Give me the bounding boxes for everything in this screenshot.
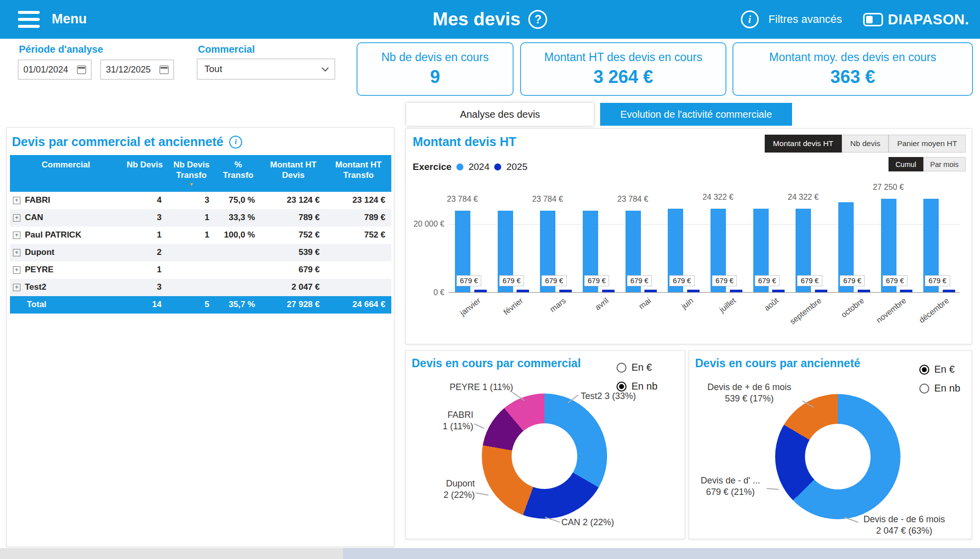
commercial-name: CAN xyxy=(25,213,43,223)
filtres-avances-link[interactable]: Filtres avancés xyxy=(769,13,842,26)
table-row[interactable]: +PEYRE 1 679 € xyxy=(10,261,391,279)
column-header-montant-ht-transfo[interactable]: Montant HT Transfo xyxy=(326,155,391,192)
tab-evolution-activite[interactable]: Evolution de l'activité commerciale xyxy=(600,103,792,126)
bar-2025[interactable] xyxy=(602,290,615,292)
bar-2025[interactable] xyxy=(815,290,827,292)
button-cumul[interactable]: Cumul xyxy=(889,157,923,171)
tab-analyse-des-devis[interactable]: Analyse des devis xyxy=(406,103,594,126)
kpi-value: 9 xyxy=(357,67,513,87)
commercial-name: Test2 xyxy=(25,282,46,292)
bar-2025[interactable] xyxy=(474,290,487,292)
menu-label[interactable]: Menu xyxy=(52,11,87,27)
bar-group-janvier[interactable]: 23 784 €679 €janvier xyxy=(448,188,491,292)
pct-transfo-cell xyxy=(215,279,261,296)
expand-row-icon[interactable]: + xyxy=(13,284,20,291)
radio-icon-selected[interactable] xyxy=(617,382,626,392)
radio-icon[interactable] xyxy=(919,384,929,394)
unit-radio-group: En € En nb xyxy=(617,362,657,392)
bar-2025-value-label: 679 € xyxy=(669,275,694,286)
pct-transfo-cell: 33,3 % xyxy=(215,209,261,227)
total-label: Total xyxy=(10,296,122,314)
segment-label-test2: Test2 3 (33%) xyxy=(581,391,636,402)
segment-label-peyre: PEYRE 1 (11%) xyxy=(436,382,513,393)
panel-title: Devis en cours par ancienneté xyxy=(695,357,860,370)
donut-chart-anciennete[interactable] xyxy=(775,394,900,519)
table-row[interactable]: +CAN 3 1 33,3 % 789 € 789 € xyxy=(10,209,391,227)
commercial-name: Dupont xyxy=(25,247,54,257)
horizontal-scrollbar[interactable] xyxy=(343,548,980,559)
x-axis-label: août xyxy=(763,296,781,313)
matrix-table: Commercial Nb Devis Nb Devis Transfo▼ % … xyxy=(10,155,391,314)
info-icon[interactable]: i xyxy=(229,136,242,149)
x-axis-label: avril xyxy=(593,296,610,312)
dashboard-mes-devis: Menu Mes devis ? i Filtres avancés DIAPA… xyxy=(0,0,980,559)
expand-row-icon[interactable]: + xyxy=(13,266,20,274)
calendar-icon[interactable] xyxy=(160,66,169,74)
radio-icon-selected[interactable] xyxy=(919,365,929,375)
date-from-input[interactable]: 01/01/2024 xyxy=(18,60,91,80)
total-montant-ht-transfo: 24 664 € xyxy=(326,296,391,314)
column-header-nb-devis[interactable]: Nb Devis xyxy=(122,155,168,192)
bar-group-août[interactable]: 679 €août xyxy=(747,188,790,292)
bar-2025-value-label: 679 € xyxy=(797,275,822,286)
table-total-row: Total 14 5 35,7 % 27 928 € 24 664 € xyxy=(10,296,391,314)
chart-title: Montant devis HT xyxy=(413,135,516,149)
bar-2025[interactable] xyxy=(687,290,700,292)
expand-row-icon[interactable]: + xyxy=(13,232,20,239)
x-axis-label: novembre xyxy=(875,296,908,325)
date-to-input[interactable]: 31/12/2025 xyxy=(100,60,174,80)
bar-group-décembre[interactable]: 679 €décembre xyxy=(917,188,960,292)
bar-group-mai[interactable]: 23 784 €679 €mai xyxy=(619,188,662,292)
bar-group-juin[interactable]: 679 €juin xyxy=(661,188,704,292)
chart-legend: Exercice 2024 2025 xyxy=(413,161,528,172)
button-nb-devis[interactable]: Nb devis xyxy=(842,135,889,153)
button-montant-devis-ht[interactable]: Montant devis HT xyxy=(765,135,842,153)
total-nb-devis: 14 xyxy=(122,296,168,314)
radio-icon[interactable] xyxy=(617,363,626,373)
bar-group-octobre[interactable]: 679 €octobre xyxy=(832,188,875,292)
panel-title: Devis par commercial et ancienneté xyxy=(12,135,223,149)
column-header-montant-ht-devis[interactable]: Montant HT Devis xyxy=(261,155,326,192)
bar-group-novembre[interactable]: 27 250 €679 €novembre xyxy=(875,188,917,292)
help-icon[interactable]: ? xyxy=(529,10,547,29)
bar-2025[interactable] xyxy=(730,290,742,292)
nb-devis-cell: 1 xyxy=(122,227,168,244)
column-header-nb-devis-transfo[interactable]: Nb Devis Transfo▼ xyxy=(168,155,215,192)
metric-button-group: Montant devis HT Nb devis Panier moyen H… xyxy=(765,135,966,153)
bar-2025[interactable] xyxy=(858,290,870,292)
bar-group-septembre[interactable]: 24 322 €679 €septembre xyxy=(789,188,832,292)
bar-2025[interactable] xyxy=(772,290,785,292)
radio-en-euro[interactable]: En € xyxy=(617,362,657,373)
bar-group-avril[interactable]: 679 €avril xyxy=(576,188,619,292)
bar-group-juillet[interactable]: 24 322 €679 €juillet xyxy=(704,188,747,292)
table-row[interactable]: +Paul PATRICK 1 1 100,0 % 752 € 752 € xyxy=(10,227,391,244)
commercial-select[interactable]: Tout xyxy=(197,59,335,80)
radio-en-euro[interactable]: En € xyxy=(919,364,960,375)
bar-2025[interactable] xyxy=(900,290,912,292)
expand-row-icon[interactable]: + xyxy=(13,214,20,222)
button-panier-moyen-ht[interactable]: Panier moyen HT xyxy=(889,135,966,153)
table-row[interactable]: +FABRI 4 3 75,0 % 23 124 € 23 124 € xyxy=(10,192,391,209)
commercial-select-value: Tout xyxy=(204,64,222,75)
bar-2025[interactable] xyxy=(517,290,529,292)
column-header-pct-transfo[interactable]: % Transfo xyxy=(215,155,261,192)
bar-group-février[interactable]: 679 €février xyxy=(491,188,534,292)
donut-chart-commercial[interactable] xyxy=(482,394,607,519)
date-to-value: 31/12/2025 xyxy=(106,65,151,75)
expand-row-icon[interactable]: + xyxy=(13,249,20,256)
nb-devis-transfo-cell xyxy=(168,261,215,279)
bar-2025[interactable] xyxy=(943,290,955,292)
calendar-icon[interactable] xyxy=(77,66,86,74)
bar-group-mars[interactable]: 23 784 €679 €mars xyxy=(534,188,576,292)
radio-en-nb[interactable]: En nb xyxy=(919,383,960,394)
expand-row-icon[interactable]: + xyxy=(13,197,20,204)
legend-label-2025: 2025 xyxy=(506,161,527,172)
column-header-commercial[interactable]: Commercial xyxy=(10,155,122,192)
button-par-mois[interactable]: Par mois xyxy=(923,157,966,171)
info-icon[interactable]: i xyxy=(741,10,759,28)
table-row[interactable]: +Dupont 2 539 € xyxy=(10,244,391,261)
table-row[interactable]: +Test2 3 2 047 € xyxy=(10,279,391,296)
bar-2025[interactable] xyxy=(644,290,657,292)
bar-2025[interactable] xyxy=(559,290,572,292)
hamburger-menu-icon[interactable] xyxy=(18,11,40,28)
